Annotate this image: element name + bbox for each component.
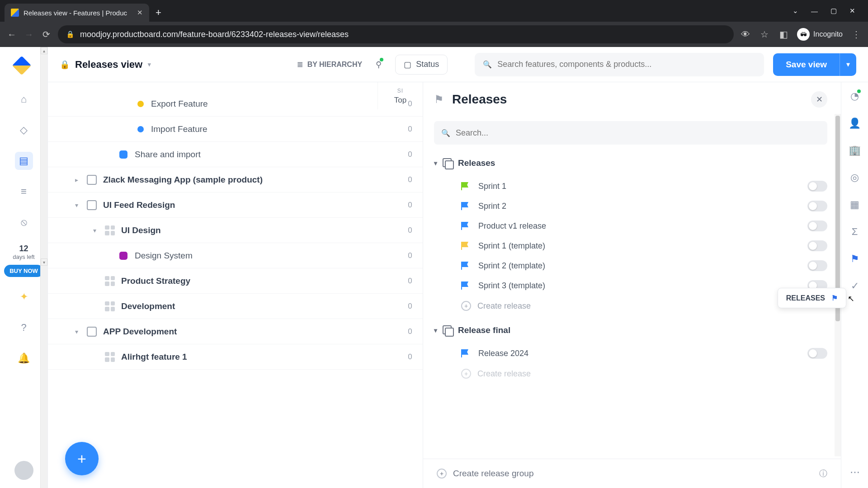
release-toggle[interactable] [807,221,827,231]
release-toggle[interactable] [807,181,827,192]
panel-scrollbar[interactable] [835,114,841,456]
new-tab-button[interactable]: + [156,7,161,19]
release-toggle[interactable] [807,240,827,251]
group-by-button[interactable]: ≣ BY HIERARCHY [297,60,363,69]
status-dot [137,126,144,132]
more-icon[interactable]: ⋯ [850,466,860,478]
expand-icon[interactable]: ▾ [75,328,83,335]
create-release-group-button[interactable]: + Create release group ⓘ [423,459,841,488]
view-title-text: Releases view [75,59,142,70]
release-toggle[interactable] [807,201,827,211]
release-flag-icon [461,262,469,270]
feature-row[interactable]: Development0 [48,294,423,319]
release-search[interactable]: 🔍 [434,121,827,145]
feature-row[interactable]: ▸Zlack Messaging App (sample product)0 [48,167,423,192]
feature-row[interactable]: Alirhgt feature 10 [48,344,423,370]
folder-icon [87,175,97,185]
scroll-up-icon[interactable]: ▴ [41,47,47,54]
browser-tab[interactable]: Releases view - Features | Produc ✕ [5,4,149,22]
rail-scrollbar[interactable]: ▴ ▾ [40,47,47,488]
feature-row[interactable]: Design System0 [48,243,423,268]
release-search-input[interactable] [456,128,820,138]
nav-back-icon[interactable]: ← [6,29,17,40]
add-feature-fab[interactable]: + [65,442,99,475]
panel-title: Releases [452,92,507,107]
cursor-icon: ↖ [848,294,854,304]
side-panel-icon[interactable]: ◧ [778,29,789,40]
chevron-down-icon[interactable]: ▾ [148,61,151,68]
people-icon[interactable]: 👤 [849,117,861,129]
buy-now-button[interactable]: BUY NOW [4,265,43,277]
activity-icon[interactable]: ◔ [850,90,859,102]
release-item[interactable]: Sprint 3 (template) [434,276,827,296]
release-item[interactable]: Sprint 1 [434,176,827,196]
url-field[interactable]: 🔒 moodjoy.productboard.com/feature-board… [58,25,734,43]
filter-button[interactable]: ⚲ [371,57,386,72]
feature-row[interactable]: Product Strategy0 [48,268,423,294]
notifications-icon[interactable]: 🔔 [15,349,33,367]
feature-name: Design System [135,251,193,261]
expand-icon[interactable]: ▸ [75,176,83,183]
release-item[interactable]: Sprint 1 (template) [434,236,827,256]
info-icon[interactable]: ⓘ [819,468,827,479]
chevron-down-icon[interactable]: ▾ [434,327,437,334]
calculator-icon[interactable]: ▦ [850,199,859,211]
status-chip[interactable]: ▢ Status [395,55,448,75]
expand-icon[interactable]: ▾ [75,202,83,209]
feature-row[interactable]: Import Feature0 [48,117,423,142]
releases-icon[interactable]: ⚑ [850,253,859,265]
hide-icon[interactable]: ⦸ [15,213,33,231]
sparkle-icon[interactable]: ✦ [15,288,33,306]
incognito-badge[interactable]: 🕶 Incognito [797,28,843,41]
user-avatar[interactable] [14,461,33,480]
tab-close-icon[interactable]: ✕ [137,9,143,17]
nav-reload-icon[interactable]: ⟳ [41,29,52,40]
roadmap-icon[interactable]: ≡ [15,183,33,201]
view-title[interactable]: 🔒 Releases view ▾ [60,59,151,70]
help-icon[interactable]: ? [15,319,33,337]
features-icon[interactable]: ▤ [15,152,33,170]
release-item[interactable]: Product v1 release [434,216,827,236]
sigma-icon[interactable]: Σ [852,226,858,238]
release-flag-icon [461,222,469,230]
app-logo[interactable] [15,59,33,77]
feature-row[interactable]: Share and import0 [48,142,423,167]
global-search[interactable]: 🔍 [475,53,764,76]
release-toggle[interactable] [807,260,827,271]
panel-close-button[interactable]: ✕ [811,91,827,108]
release-flag-icon [461,282,469,290]
feature-name: Development [121,301,175,311]
create-release-button[interactable]: + Create release [434,363,827,384]
expand-icon[interactable]: ▾ [93,227,101,234]
release-item[interactable]: Release 2024 [434,343,827,363]
release-item[interactable]: Sprint 2 [434,196,827,216]
bookmark-star-icon[interactable]: ☆ [759,29,770,40]
tabs-dropdown-icon[interactable]: ⌄ [793,7,798,15]
close-window-icon[interactable]: ✕ [849,7,855,15]
search-input[interactable] [497,60,756,69]
check-circle-icon[interactable]: ✓ [851,280,859,292]
save-view-dropdown[interactable]: ▾ [840,53,856,76]
tab-title: Releases view - Features | Produc [24,9,132,17]
feature-row[interactable]: ▾UI Feed Redesign0 [48,192,423,218]
feature-row[interactable]: ▾UI Design0 [48,218,423,243]
scroll-down-icon[interactable]: ▾ [41,258,47,266]
insights-icon[interactable]: ◇ [15,121,33,139]
tooltip-label: RELEASES [786,294,825,302]
browser-menu-icon[interactable]: ⋮ [851,29,862,40]
save-view-button[interactable]: Save view [773,53,840,76]
feature-row[interactable]: Export Feature0 [48,91,423,117]
chevron-down-icon[interactable]: ▾ [434,160,437,167]
target-icon[interactable]: ◎ [850,172,859,183]
create-release-button[interactable]: + Create release [434,296,827,316]
minimize-icon[interactable]: — [811,7,818,15]
home-icon[interactable]: ⌂ [15,90,33,108]
release-toggle[interactable] [807,348,827,359]
release-group-header[interactable]: ▾ Release final [434,325,827,335]
feature-row[interactable]: ▾APP Development0 [48,319,423,344]
release-group-header[interactable]: ▾ Releases [434,158,827,168]
release-item[interactable]: Sprint 2 (template) [434,256,827,276]
incognito-eye-icon[interactable]: 👁 [740,29,751,40]
company-icon[interactable]: 🏢 [849,145,861,156]
maximize-icon[interactable]: ▢ [830,7,837,15]
